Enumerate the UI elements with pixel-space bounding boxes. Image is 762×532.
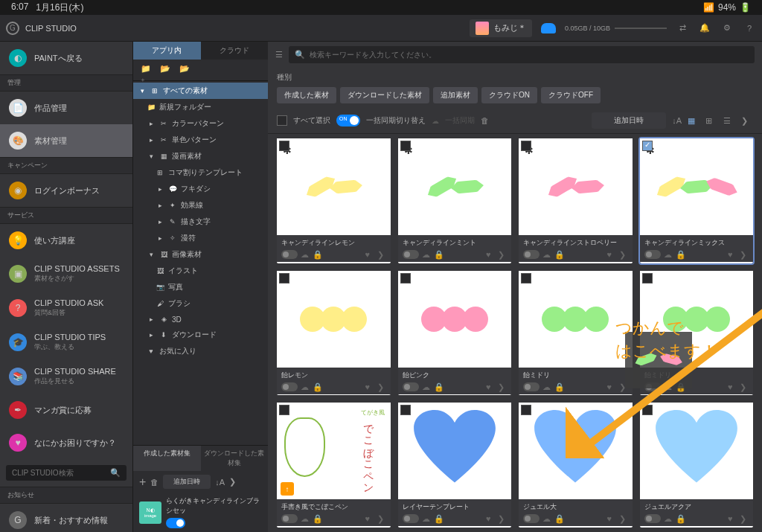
card-checkbox[interactable]	[642, 273, 653, 283]
sidebar-tips[interactable]: 🎓CLIP STUDIO TIPS学ぶ、教える	[0, 325, 132, 359]
card-sync-toggle[interactable]	[523, 250, 540, 259]
sort-dir-icon[interactable]: ↓A	[672, 116, 682, 125]
heart-icon[interactable]: ♥	[365, 514, 374, 523]
tree-3d[interactable]: ▸◈3D	[133, 312, 268, 327]
bell-icon[interactable]: 🔔	[698, 22, 711, 35]
heart-icon[interactable]: ♥	[607, 382, 616, 391]
help-icon[interactable]: ?	[743, 22, 756, 35]
cat-created[interactable]: 作成した素材	[277, 87, 336, 103]
tree-fav[interactable]: ♥お気に入り	[133, 343, 268, 359]
material-card[interactable]: 飴ピンク ☁ 🔒 ♥ ❯	[398, 271, 512, 396]
material-card[interactable]: ✱ キャンディラインストロベリー ☁ 🔒 ♥ ❯	[519, 138, 633, 263]
material-card[interactable]: レイヤーテンプレート ☁ 🔒 ♥ ❯	[398, 403, 512, 528]
card-sync-toggle[interactable]	[403, 250, 419, 259]
chevron-right-icon[interactable]: ❯	[619, 250, 628, 259]
card-sync-toggle[interactable]	[523, 382, 540, 391]
lp-sort-button[interactable]: 追加日時	[163, 475, 211, 489]
heart-icon[interactable]: ♥	[607, 250, 616, 259]
tree-all-materials[interactable]: ▾⊞すべての素材	[133, 83, 268, 99]
view-grid-large-icon[interactable]: ▦	[688, 115, 699, 126]
tree-photo[interactable]: 📷写真	[133, 279, 268, 295]
chevron-right-icon[interactable]: ❯	[498, 382, 507, 391]
sync-toggle[interactable]	[336, 115, 360, 126]
folder-out-icon[interactable]: 📂	[179, 64, 191, 76]
tree-manpu[interactable]: ▸✧漫符	[133, 230, 268, 246]
cat-added[interactable]: 追加素材	[433, 87, 478, 103]
sidebar-manga[interactable]: ✒マンガ賞に応募	[0, 394, 132, 426]
cat-cloud-on[interactable]: クラウドON	[481, 87, 537, 103]
lp-material-item[interactable]: N◐image らくがきキャンディラインブラシセッ	[133, 493, 268, 532]
sidebar-assets[interactable]: ▣CLIP STUDIO ASSETS素材をさがす	[0, 257, 132, 291]
chevron-right-icon[interactable]: ❯	[740, 514, 749, 523]
sidebar-search[interactable]: 🔍	[6, 465, 127, 481]
heart-icon[interactable]: ♥	[728, 250, 737, 259]
cat-cloud-off[interactable]: クラウドOFF	[541, 87, 601, 103]
sort-icon[interactable]: ↓A	[215, 478, 225, 487]
material-card[interactable]: 飴ミドリ ☁ 🔒 ♥ ❯	[519, 271, 633, 396]
sidebar-ask[interactable]: ?CLIP STUDIO ASK質問&回答	[0, 291, 132, 325]
tree-image[interactable]: ▾🖼画像素材	[133, 246, 268, 263]
chevron-right-icon[interactable]: ❯	[498, 250, 507, 259]
material-card[interactable]: ✱ キャンディラインミックス ☁ 🔒 ♥ ❯	[640, 138, 754, 263]
chevron-right-icon[interactable]: ❯	[377, 382, 386, 391]
heart-icon[interactable]: ♥	[365, 250, 374, 259]
view-list-icon[interactable]: ☰	[723, 115, 735, 126]
material-card[interactable]: ✱ キャンディラインミント ☁ 🔒 ♥ ❯	[398, 138, 512, 263]
heart-icon[interactable]: ♥	[486, 382, 495, 391]
material-card[interactable]: ジュエル大 ☁ 🔒 ♥ ❯	[519, 403, 633, 528]
card-sync-toggle[interactable]	[281, 382, 298, 391]
cat-downloaded[interactable]: ダウンロードした素材	[340, 87, 429, 103]
sidebar-back[interactable]: ◐PAINTへ戻る	[0, 42, 132, 74]
material-card[interactable]: 飴レモン ☁ 🔒 ♥ ❯	[277, 271, 391, 396]
card-checkbox[interactable]	[642, 141, 653, 151]
lp-tab-downloaded[interactable]: ダウンロードした素材集	[201, 446, 269, 471]
card-sync-toggle[interactable]	[644, 382, 661, 391]
tab-cloud[interactable]: クラウド	[201, 42, 269, 60]
add-icon[interactable]: +	[139, 475, 146, 489]
sidebar-news[interactable]: G新着・おすすめ情報	[0, 504, 132, 532]
card-sync-toggle[interactable]	[523, 514, 540, 523]
chevron-right-icon[interactable]: ❯	[619, 382, 628, 391]
material-card[interactable]: ✱ キャンディラインレモン ☁ 🔒 ♥ ❯	[277, 138, 391, 263]
menu-icon[interactable]: ☰	[275, 50, 283, 60]
tree-manga[interactable]: ▾▦漫画素材	[133, 148, 268, 164]
chevron-right-icon[interactable]: ❯	[741, 115, 753, 126]
sidebar-share[interactable]: 📚CLIP STUDIO SHARE作品を見せる	[0, 359, 132, 394]
heart-icon[interactable]: ♥	[486, 250, 495, 259]
heart-icon[interactable]: ♥	[728, 382, 737, 391]
card-checkbox[interactable]	[279, 273, 289, 283]
tree-koma[interactable]: ⊞コマ割りテンプレート	[133, 164, 268, 181]
sidebar-works[interactable]: 📄作品管理	[0, 92, 132, 124]
tree-color-pattern[interactable]: ▸✂カラーパターン	[133, 115, 268, 132]
user-badge[interactable]: もみじ＊	[470, 19, 532, 37]
chevron-right-icon[interactable]: ❯	[740, 250, 749, 259]
chevron-right-icon[interactable]: ❯	[377, 250, 386, 259]
card-sync-toggle[interactable]	[403, 514, 419, 523]
chevron-right-icon[interactable]: ❯	[740, 382, 749, 391]
sync-icon[interactable]: ⇄	[676, 22, 689, 35]
card-checkbox[interactable]	[521, 405, 531, 415]
sidebar-login-bonus[interactable]: ◉ログインボーナス	[0, 174, 132, 207]
tree-illust[interactable]: 🖼イラスト	[133, 263, 268, 279]
select-all-checkbox[interactable]	[277, 115, 287, 126]
chevron-right-icon[interactable]: ❯	[619, 514, 628, 523]
view-grid-small-icon[interactable]: ⊞	[705, 115, 717, 126]
gear-icon[interactable]: ⚙	[720, 22, 734, 35]
card-checkbox[interactable]	[400, 273, 411, 283]
card-sync-toggle[interactable]	[281, 250, 298, 259]
tree-new-folder[interactable]: 📁新規フォルダー	[133, 99, 268, 115]
sidebar-howto[interactable]: 💡使い方講座	[0, 224, 132, 257]
card-sync-toggle[interactable]	[644, 250, 661, 259]
card-checkbox[interactable]	[521, 273, 531, 283]
sidebar-search-input[interactable]	[12, 469, 110, 477]
heart-icon[interactable]: ♥	[607, 514, 616, 523]
chevron-right-icon[interactable]: ❯	[498, 514, 507, 523]
lp-tab-created[interactable]: 作成した素材集	[133, 446, 201, 471]
card-sync-toggle[interactable]	[281, 514, 298, 523]
folder-in-icon[interactable]: 📂	[160, 64, 172, 76]
material-card[interactable]: 飴ミドリ ☁ 🔒 ♥ ❯	[640, 271, 754, 396]
chevron-right-icon[interactable]: ❯	[377, 514, 386, 523]
tree-fukidashi[interactable]: ▸💬フキダシ	[133, 181, 268, 197]
tree-drawtext[interactable]: ▸✎描き文字	[133, 214, 268, 230]
tree-mono-pattern[interactable]: ▸✂単色パターン	[133, 132, 268, 148]
